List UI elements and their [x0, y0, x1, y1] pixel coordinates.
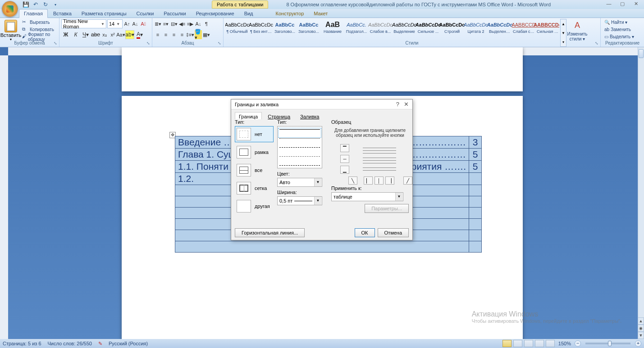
change-case-button[interactable]: Aa▾: [117, 30, 124, 39]
shrink-font-icon[interactable]: A↓: [132, 19, 139, 28]
status-language[interactable]: Русский (Россия): [109, 341, 148, 346]
tab-home[interactable]: Главная: [19, 9, 48, 18]
next-page-button[interactable]: ▼: [638, 332, 644, 339]
font-size-combo[interactable]: 14▼: [107, 19, 123, 28]
pv-vmid-button[interactable]: │: [375, 176, 384, 185]
tab-insert[interactable]: Вставка: [49, 9, 76, 18]
style-item[interactable]: AaBbCcDc¶ Без инте...: [249, 19, 273, 41]
view-web[interactable]: [524, 340, 533, 347]
strike-button[interactable]: abe: [91, 30, 100, 39]
zoom-out-button[interactable]: −: [575, 340, 581, 347]
zoom-thumb[interactable]: [608, 341, 612, 346]
width-combo[interactable]: 0,5 пт▼: [277, 196, 322, 205]
multilevel-button[interactable]: ⊟▾: [170, 19, 178, 28]
find-button[interactable]: 🔍Найти ▾: [603, 19, 636, 26]
style-item[interactable]: AaBbCcDcВыделение: [393, 19, 416, 41]
style-item[interactable]: AABBCCDcСильная с...: [536, 19, 559, 41]
style-item[interactable]: AABBCCDСлабая сс...: [512, 19, 535, 41]
tab-references[interactable]: Ссылки: [132, 9, 159, 18]
browse-object-button[interactable]: ◉: [638, 325, 644, 332]
line-style-list[interactable]: [277, 126, 322, 168]
view-outline[interactable]: [535, 340, 544, 347]
pv-bottom-button[interactable]: ▁: [340, 166, 349, 174]
pv-hmid-button[interactable]: ─: [340, 155, 349, 163]
clear-format-icon[interactable]: Aͨ: [140, 19, 147, 28]
style-item[interactable]: АаВНазвание: [321, 19, 344, 41]
line-style-solid[interactable]: [279, 129, 320, 136]
style-item[interactable]: AaBbCcDcСильное ...: [416, 19, 440, 41]
numbering-button[interactable]: ≡▾: [162, 19, 169, 28]
status-words[interactable]: Число слов: 26/550: [48, 341, 92, 346]
border-type-none[interactable]: нет: [235, 126, 274, 142]
bullets-button[interactable]: ≣▾: [154, 19, 161, 28]
ruler-vertical[interactable]: [0, 55, 8, 339]
borders-button[interactable]: ▦▾: [203, 30, 210, 39]
select-button[interactable]: ▭Выделить ▾: [603, 33, 636, 40]
sort-button[interactable]: A↓: [195, 19, 202, 28]
superscript-button[interactable]: x²: [109, 30, 116, 39]
border-type-custom[interactable]: другая: [235, 198, 274, 214]
tab-mailings[interactable]: Рассылки: [159, 9, 190, 18]
styles-launcher[interactable]: ⤡: [594, 41, 599, 46]
border-type-box[interactable]: рамка: [235, 144, 274, 160]
line-style-dash[interactable]: [279, 147, 320, 154]
dialog-close-button[interactable]: ✕: [404, 101, 409, 108]
underline-button[interactable]: Ч▾: [81, 30, 90, 39]
undo-icon[interactable]: ↶: [32, 1, 40, 8]
grow-font-icon[interactable]: A↑: [123, 19, 131, 28]
prev-page-button[interactable]: ▲: [638, 317, 644, 325]
proofing-icon[interactable]: ✎: [98, 341, 102, 347]
format-painter-button[interactable]: 🖌Формат по образцу: [21, 33, 57, 40]
style-item[interactable]: AaBbCcDc¶ Обычный: [225, 19, 249, 41]
tab-view[interactable]: Вид: [240, 9, 258, 18]
paragraph-launcher[interactable]: ⤡: [217, 41, 222, 46]
bold-button[interactable]: Ж: [61, 30, 70, 39]
view-full-screen[interactable]: [513, 340, 522, 347]
style-item[interactable]: AaBbCcDcВыделенн...: [488, 19, 512, 41]
pv-left-button[interactable]: ▏: [364, 176, 373, 185]
redo-icon[interactable]: ↻: [41, 1, 50, 8]
style-item[interactable]: AaBbCcЗаголово...: [297, 19, 320, 41]
dialog-help-button[interactable]: ?: [396, 101, 399, 108]
line-style-dot[interactable]: [279, 138, 320, 145]
pv-top-button[interactable]: ▔: [340, 144, 349, 152]
office-button[interactable]: [2, 1, 18, 17]
style-item[interactable]: AaBbCc.Подзагол...: [345, 19, 368, 41]
style-item[interactable]: AaBbCcDcСтрогий: [440, 19, 464, 41]
replace-button[interactable]: abЗаменить: [603, 26, 636, 33]
table-row[interactable]: [175, 241, 482, 253]
minimize-button[interactable]: —: [603, 0, 615, 7]
font-name-combo[interactable]: Times New Roman▼: [61, 19, 106, 28]
tab-layout[interactable]: Макет: [309, 9, 332, 18]
shading-button[interactable]: 🪣▾: [195, 30, 202, 39]
view-draft[interactable]: [546, 340, 555, 347]
align-center-button[interactable]: ≡: [162, 30, 169, 39]
cut-button[interactable]: ✂Вырезать: [21, 19, 57, 26]
dialog-titlebar[interactable]: Границы и заливка ? ✕: [231, 99, 412, 109]
cancel-button[interactable]: Отмена: [378, 228, 409, 237]
qat-more-icon[interactable]: ▾: [51, 1, 59, 8]
clipboard-launcher[interactable]: ⤡: [53, 41, 58, 46]
style-item[interactable]: AaBbCcЗаголово...: [273, 19, 297, 41]
pv-right-button[interactable]: ▕: [385, 176, 394, 185]
tab-design[interactable]: Конструктор: [271, 9, 309, 18]
pv-diag2-button[interactable]: ╱: [403, 176, 412, 185]
indent-inc-button[interactable]: ≡▶: [187, 19, 194, 28]
border-type-all[interactable]: все: [235, 162, 274, 178]
zoom-in-button[interactable]: +: [635, 340, 641, 347]
view-print-layout[interactable]: [502, 340, 512, 347]
show-marks-button[interactable]: ¶: [203, 19, 210, 28]
style-item[interactable]: AaBbCcDcСлабое в...: [369, 19, 392, 41]
highlight-button[interactable]: ab▾: [125, 30, 134, 39]
indent-dec-button[interactable]: ◀≡: [178, 19, 186, 28]
font-launcher[interactable]: ⤡: [146, 41, 151, 46]
style-item[interactable]: AaBbCcDcЦитата 2: [464, 19, 488, 41]
align-left-button[interactable]: ≡: [154, 30, 161, 39]
vertical-scrollbar[interactable]: ▲ ◉ ▼: [638, 47, 644, 339]
maximize-button[interactable]: ▢: [616, 0, 629, 7]
line-spacing-button[interactable]: ‡≡▾: [187, 30, 194, 39]
apply-combo[interactable]: таблице▼: [331, 192, 403, 201]
close-button[interactable]: ✕: [630, 0, 642, 7]
color-combo[interactable]: Авто▼: [277, 178, 322, 187]
line-style-dash3[interactable]: [279, 165, 320, 168]
